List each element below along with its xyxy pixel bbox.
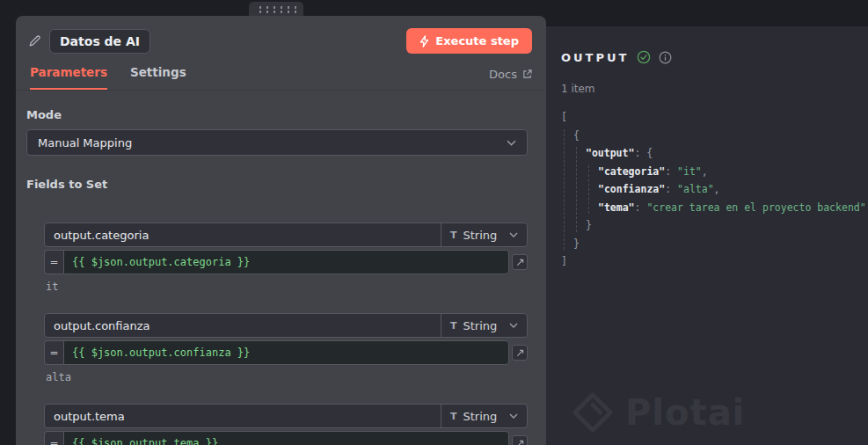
docs-link[interactable]: Docs — [489, 68, 532, 90]
expression-input[interactable]: {{ $json.output.categoria }} — [63, 250, 509, 274]
watermark: Plotai — [573, 392, 745, 433]
execute-step-button[interactable]: Execute step — [406, 28, 532, 54]
tab-parameters[interactable]: Parameters — [30, 65, 107, 90]
json-token-punc: , — [702, 165, 708, 178]
json-line: } — [561, 235, 868, 253]
lightning-icon — [419, 35, 429, 47]
fields-to-set-label: Fields to Set — [26, 178, 528, 191]
json-token-string: "alta" — [677, 183, 714, 195]
chevron-down-icon — [509, 232, 518, 237]
expression-input[interactable]: {{ $json.output.tema }} — [63, 431, 509, 445]
docs-link-label: Docs — [489, 68, 517, 81]
watermark-text: Plotai — [625, 392, 745, 433]
json-token-key: "output" — [586, 147, 634, 159]
mode-label: Mode — [26, 108, 528, 121]
json-token-string: "crear tarea en el proyecto backend" — [646, 201, 865, 214]
type-string-icon: T — [450, 411, 457, 422]
json-indent-guide — [576, 147, 577, 232]
field-name-row: output.tema T String — [44, 404, 528, 428]
chevron-down-icon — [507, 140, 516, 146]
json-token-punc: ] — [561, 255, 567, 267]
mode-select-value: Manual Mapping — [38, 136, 132, 150]
type-string-icon: T — [450, 230, 457, 241]
json-token-key: "tema" — [598, 201, 635, 214]
expression-equals-badge: = — [44, 340, 63, 365]
field-expression-row: = {{ $json.output.confianza }} — [44, 340, 528, 365]
chevron-down-icon — [509, 323, 518, 328]
panel-drag-handle[interactable] — [249, 2, 303, 16]
output-header: OUTPUT — [546, 26, 868, 64]
field-name-input[interactable]: output.confianza — [45, 314, 441, 337]
json-line: "categoria": "it", — [561, 163, 868, 181]
watermark-logo-icon — [573, 392, 613, 433]
output-title: OUTPUT — [561, 51, 629, 64]
fields-list: output.categoria T String = {{ $json.out… — [44, 222, 528, 445]
field-type-value: String — [463, 319, 498, 332]
json-line: } — [561, 216, 868, 235]
json-token-punc: { — [573, 129, 580, 142]
tabs-row: ParametersSettings Docs — [16, 65, 546, 91]
field-name-row: output.confianza T String — [44, 313, 528, 338]
field-group: output.tema T String = {{ $json.output.t… — [44, 404, 528, 445]
expression-result: alta — [44, 371, 528, 383]
expression-equals-badge: = — [44, 431, 63, 445]
field-type-select[interactable]: T String — [441, 223, 527, 246]
expand-expression-button[interactable] — [512, 254, 528, 270]
drag-dots-icon — [256, 4, 296, 13]
check-circle-icon[interactable] — [637, 50, 651, 64]
expand-expression-button[interactable] — [512, 345, 528, 361]
json-line: { — [561, 127, 868, 145]
json-token-punc: : — [665, 183, 677, 195]
field-group: output.categoria T String = {{ $json.out… — [44, 222, 528, 293]
edit-title-icon[interactable] — [28, 34, 41, 47]
field-type-select[interactable]: T String — [441, 405, 527, 427]
expression-result: it — [44, 281, 528, 293]
chevron-down-icon — [509, 413, 518, 419]
json-token-punc: : — [635, 201, 647, 214]
json-indent-guide — [564, 129, 565, 251]
output-panel: OUTPUT 1 item [{"output": {"categoria": … — [546, 26, 868, 445]
external-link-icon — [522, 69, 532, 79]
type-string-icon: T — [450, 320, 457, 332]
expression-input[interactable]: {{ $json.output.confianza }} — [63, 340, 509, 365]
screen: Datos de AI Execute step ParametersSetti… — [0, 0, 868, 445]
node-settings-panel: Datos de AI Execute step ParametersSetti… — [16, 16, 546, 445]
json-token-punc: , — [714, 183, 720, 195]
panel-header: Datos de AI Execute step — [16, 16, 546, 54]
json-token-punc: { — [646, 147, 653, 159]
json-token-punc: } — [573, 237, 580, 250]
field-name-input[interactable]: output.categoria — [45, 223, 441, 246]
tab-settings[interactable]: Settings — [130, 65, 186, 90]
parameters-content: Mode Manual Mapping Fields to Set output… — [16, 91, 546, 445]
expression-equals-badge: = — [44, 250, 63, 274]
json-token-punc: : — [665, 165, 677, 178]
json-output: [{"output": {"categoria": "it","confianz… — [561, 108, 868, 271]
json-line: "output": { — [561, 144, 868, 163]
json-token-string: "it" — [677, 165, 702, 178]
field-type-select[interactable]: T String — [441, 314, 527, 337]
field-type-value: String — [463, 229, 498, 242]
json-line: "tema": "crear tarea en el proyecto back… — [561, 199, 868, 217]
info-icon[interactable] — [659, 51, 672, 64]
expand-expression-button[interactable] — [512, 435, 528, 445]
output-items-count: 1 item — [561, 83, 868, 95]
field-name-row: output.categoria T String — [44, 222, 528, 247]
field-expression-row: = {{ $json.output.tema }} — [44, 431, 528, 445]
field-expression-row: = {{ $json.output.categoria }} — [44, 250, 528, 274]
field-name-input[interactable]: output.tema — [45, 405, 441, 427]
execute-step-label: Execute step — [435, 34, 519, 47]
json-token-key: "confianza" — [598, 183, 665, 195]
json-token-punc: : — [634, 147, 646, 159]
json-line: "confianza": "alta", — [561, 180, 868, 199]
field-type-value: String — [463, 410, 498, 423]
json-token-punc: [ — [561, 111, 567, 123]
node-title[interactable]: Datos de AI — [49, 29, 150, 54]
json-token-key: "categoria" — [598, 165, 665, 178]
json-line: [ — [561, 108, 868, 127]
json-line: ] — [561, 252, 868, 271]
field-group: output.confianza T String = {{ $json.out… — [44, 313, 528, 383]
json-token-punc: } — [586, 219, 592, 231]
mode-select[interactable]: Manual Mapping — [26, 129, 528, 156]
json-indent-guide — [588, 165, 589, 215]
